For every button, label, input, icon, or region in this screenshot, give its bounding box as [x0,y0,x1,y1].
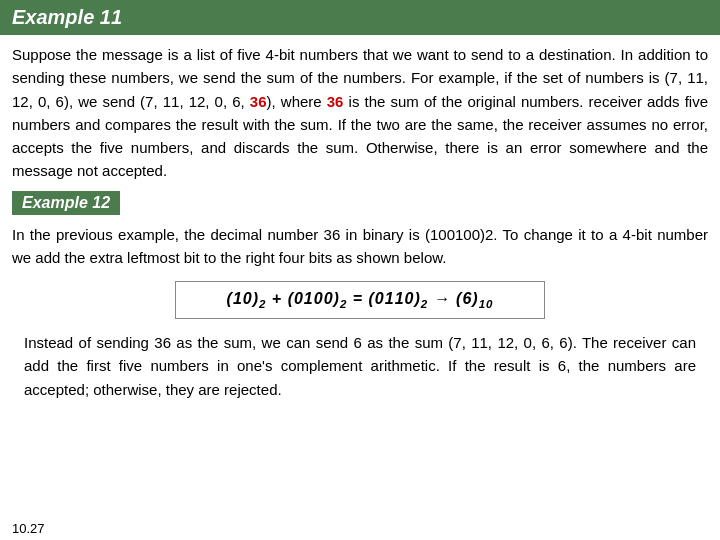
paragraph1-red2: 36 [327,93,344,110]
formula-text: (10)2 + (0100)2 = (0110)2 → (6)10 [227,290,494,307]
example12-header-wrapper: Example 12 [0,187,720,219]
paragraph2: In the previous example, the decimal num… [0,219,720,274]
example12-header: Example 12 [12,191,120,215]
paragraph3: Instead of sending 36 as the sum, we can… [0,327,720,403]
example11-header: Example 11 [0,0,720,35]
paragraph1-red1: 36 [250,93,267,110]
paragraph1-text-mid: ), where [267,93,327,110]
page-number: 10.27 [12,521,45,536]
formula-box: (10)2 + (0100)2 = (0110)2 → (6)10 [175,281,545,319]
paragraph1: Suppose the message is a list of five 4-… [0,35,720,187]
